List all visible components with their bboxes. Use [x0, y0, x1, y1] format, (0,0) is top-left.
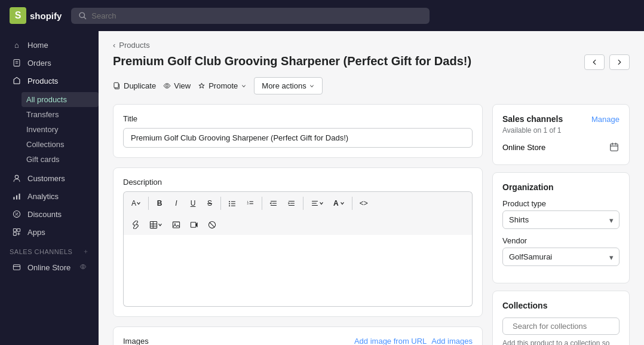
- table-button[interactable]: [145, 217, 167, 233]
- analytics-icon: [12, 191, 22, 201]
- logo-text: shopify: [30, 11, 62, 21]
- add-image-url-link[interactable]: Add image from URL: [354, 337, 427, 345]
- promote-icon: [198, 82, 206, 90]
- bold-button[interactable]: B: [152, 196, 167, 211]
- sidebar-sub-collections[interactable]: Collections: [22, 137, 99, 152]
- view-button[interactable]: View: [163, 79, 191, 93]
- organization-title: Organization: [502, 182, 620, 192]
- main-content: ‹ Products Premium Golf Club Grooving Sh…: [99, 31, 644, 345]
- bullets-button[interactable]: [224, 196, 241, 211]
- add-images-link[interactable]: Add images: [431, 337, 473, 345]
- svg-point-26: [229, 203, 230, 204]
- sidebar-sub-transfers[interactable]: Transfers: [22, 107, 99, 122]
- strikethrough-button[interactable]: S: [202, 196, 217, 211]
- italic-button[interactable]: I: [168, 196, 184, 211]
- video-icon: [190, 221, 198, 229]
- sidebar-item-label: Apps: [27, 228, 45, 237]
- breadcrumb-link[interactable]: Products: [119, 41, 149, 50]
- clear-format-button[interactable]: [204, 217, 220, 233]
- manage-link[interactable]: Manage: [591, 115, 620, 124]
- search-input[interactable]: [91, 11, 422, 20]
- chevron-left-icon: [591, 59, 598, 66]
- sidebar-item-orders[interactable]: Orders: [2, 54, 96, 72]
- numbered-button[interactable]: 1.2.: [242, 196, 259, 211]
- products-icon: [12, 76, 22, 86]
- sidebar-item-home[interactable]: ⌂ Home: [2, 36, 96, 54]
- html-button[interactable]: <>: [355, 196, 372, 211]
- visibility-toggle-icon[interactable]: [79, 263, 87, 272]
- sidebar-item-products[interactable]: Products: [2, 72, 96, 90]
- next-button[interactable]: [609, 54, 630, 70]
- svg-line-1: [84, 17, 86, 19]
- svg-rect-8: [19, 194, 20, 200]
- prev-button[interactable]: [584, 54, 605, 70]
- numbered-icon: 1.2.: [246, 199, 254, 207]
- toolbar-sep-5: [352, 197, 352, 210]
- indent-increase-button[interactable]: [283, 196, 300, 211]
- calendar-icon[interactable]: [609, 142, 620, 152]
- product-type-wrapper: Shirts Clubs Accessories ▾: [502, 210, 620, 229]
- promote-chevron-icon: [241, 83, 247, 89]
- organization-card: Organization Product type Shirts Clubs A…: [492, 172, 630, 283]
- collections-help-text: Add this product to a collection so it's…: [502, 338, 620, 345]
- collections-card: Collections Add this product to a collec…: [492, 291, 630, 345]
- sidebar-item-label: Customers: [27, 174, 65, 183]
- more-chevron-icon: [309, 83, 315, 89]
- video-button[interactable]: [186, 217, 203, 233]
- breadcrumb: ‹ Products: [113, 41, 630, 50]
- svg-line-52: [210, 222, 214, 227]
- vendor-select[interactable]: GolfSamurai: [502, 248, 620, 266]
- indent-inc-icon: [287, 199, 296, 207]
- channel-name: Online Store: [502, 143, 545, 152]
- indent-decrease-button[interactable]: [265, 196, 282, 211]
- duplicate-button[interactable]: Duplicate: [113, 79, 156, 93]
- more-actions-button[interactable]: More actions: [254, 77, 322, 94]
- app-layout: ⌂ Home Orders Products All products Tran…: [0, 31, 644, 345]
- collections-search-input[interactable]: [513, 322, 613, 331]
- align-button[interactable]: [306, 196, 328, 211]
- promote-button[interactable]: Promote: [198, 79, 247, 93]
- home-icon: ⌂: [12, 40, 22, 50]
- available-subtitle: Available on 1 of 1: [502, 126, 620, 135]
- search-bar[interactable]: [71, 8, 430, 24]
- svg-rect-18: [13, 265, 20, 270]
- sidebar-item-apps[interactable]: Apps: [2, 223, 96, 241]
- svg-rect-13: [13, 228, 16, 231]
- title-input[interactable]: [123, 128, 473, 148]
- sidebar-item-discounts[interactable]: Discounts: [2, 205, 96, 223]
- editor-toolbar: A B I U S: [123, 191, 473, 215]
- add-channel-button[interactable]: ＋: [82, 247, 90, 256]
- sales-channels-header: Sales channels Manage: [502, 114, 620, 124]
- svg-rect-2: [14, 59, 20, 66]
- sidebar-item-analytics[interactable]: Analytics: [2, 187, 96, 205]
- sidebar-sub-inventory[interactable]: Inventory: [22, 122, 99, 137]
- align-chevron: [319, 201, 324, 206]
- sales-channels-title: Sales channels: [502, 114, 563, 124]
- editor-toolbar-row2: [123, 215, 473, 235]
- link-button[interactable]: [127, 217, 144, 233]
- svg-rect-49: [191, 222, 195, 227]
- page-header: Premium Golf Club Grooving Sharpener (Pe…: [113, 54, 630, 70]
- text-style-button[interactable]: A: [127, 196, 145, 211]
- underline-button[interactable]: U: [185, 196, 201, 211]
- sidebar-item-label: Home: [27, 41, 48, 50]
- sidebar: ⌂ Home Orders Products All products Tran…: [0, 31, 99, 345]
- sidebar-item-online-store[interactable]: Online Store: [2, 258, 96, 276]
- text-color-button[interactable]: A: [329, 196, 349, 211]
- svg-point-12: [17, 215, 18, 215]
- sidebar-sub-all-products[interactable]: All products: [22, 92, 99, 107]
- toolbar-sep-4: [303, 197, 303, 210]
- text-color-chevron: [340, 201, 345, 206]
- svg-rect-14: [17, 228, 20, 231]
- page-navigation: [584, 54, 630, 70]
- svg-rect-7: [16, 196, 17, 200]
- sidebar-item-customers[interactable]: Customers: [2, 169, 96, 187]
- svg-point-5: [15, 175, 19, 179]
- online-store-channel: Online Store: [502, 139, 620, 155]
- images-actions: Add image from URL Add images: [354, 337, 473, 345]
- image-button[interactable]: [168, 217, 185, 233]
- sidebar-sub-gift-cards[interactable]: Gift cards: [22, 152, 99, 167]
- collections-search-wrapper[interactable]: [502, 317, 620, 335]
- description-editor[interactable]: [123, 235, 473, 307]
- product-type-select[interactable]: Shirts Clubs Accessories: [502, 210, 620, 229]
